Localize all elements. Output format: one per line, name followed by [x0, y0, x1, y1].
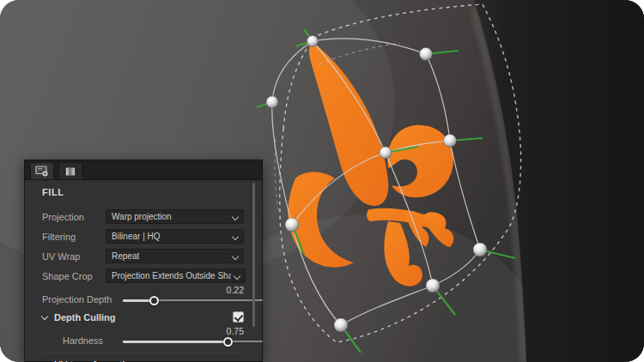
hardness-value: 0.75	[227, 326, 244, 336]
uv-wrap-dropdown[interactable]: Repeat	[106, 249, 244, 263]
tab-fill-properties[interactable]	[30, 162, 54, 179]
warp-control-point	[420, 48, 433, 61]
panel-title: FILL	[42, 187, 244, 199]
filtering-dropdown[interactable]: Bilinear | HQ	[106, 229, 244, 244]
material-roll-icon	[64, 166, 76, 177]
hardness-label: Hardness	[63, 335, 103, 346]
uv-wrap-value: Repeat	[112, 251, 139, 261]
projection-value: Warp projection	[112, 212, 172, 221]
hardness-slider[interactable]	[123, 341, 263, 342]
warp-control-point	[444, 135, 457, 148]
app-screenshot-card: FILL Projection Warp projection Filterin…	[0, 0, 644, 362]
projection-dropdown[interactable]: Warp projection	[106, 209, 244, 224]
shape-crop-row: Shape Crop Projection Extends Outside Sh…	[42, 266, 244, 286]
projection-row: Projection Warp projection	[42, 207, 244, 226]
projector-settings-icon	[35, 166, 49, 177]
hardness-row: Hardness 0.75	[42, 327, 244, 349]
warp-control-point	[266, 96, 278, 108]
depth-culling-section: Depth Culling	[42, 308, 244, 327]
warp-control-point	[426, 279, 440, 293]
panel-tabbar	[25, 160, 262, 180]
slider-knob[interactable]	[149, 296, 159, 305]
chevron-down-icon[interactable]	[41, 312, 48, 319]
shape-crop-label: Shape Crop	[42, 271, 106, 281]
warp-control-point	[307, 36, 319, 47]
warp-control-point	[380, 147, 392, 159]
slider-knob[interactable]	[223, 337, 233, 347]
shape-crop-dropdown[interactable]: Projection Extends Outside Shape	[106, 268, 246, 283]
warp-control-point	[473, 243, 487, 256]
uv-wrap-label: UV Wrap	[42, 251, 106, 262]
chevron-down-icon	[232, 233, 239, 240]
shape-crop-value: Projection Extends Outside Shape	[112, 271, 231, 281]
panel-body: FILL Projection Warp projection Filterin…	[25, 180, 262, 362]
properties-panel: FILL Projection Warp projection Filterin…	[24, 160, 263, 362]
depth-culling-label: Depth Culling	[54, 312, 116, 323]
warp-control-point	[285, 218, 299, 232]
filtering-row: Filtering Bilinear | HQ	[42, 226, 244, 246]
uv-transformations-section: UV transformations	[42, 353, 244, 362]
tab-material[interactable]	[58, 162, 82, 179]
warp-control-point	[334, 318, 348, 332]
projection-label: Projection	[42, 212, 106, 222]
projection-depth-value: 0.22	[227, 285, 244, 295]
projection-depth-slider[interactable]	[123, 299, 263, 301]
chevron-down-icon	[234, 273, 240, 280]
panel-scrollbar[interactable]	[252, 183, 255, 327]
chevron-down-icon	[232, 253, 239, 260]
depth-culling-checkbox[interactable]	[233, 311, 244, 323]
filtering-label: Filtering	[42, 232, 106, 242]
uv-wrap-row: UV Wrap Repeat	[42, 246, 244, 266]
filtering-value: Bilinear | HQ	[112, 232, 161, 241]
projection-depth-label: Projection Depth	[42, 294, 112, 305]
chevron-down-icon	[232, 214, 239, 220]
projection-depth-row: Projection Depth 0.22	[42, 286, 244, 308]
